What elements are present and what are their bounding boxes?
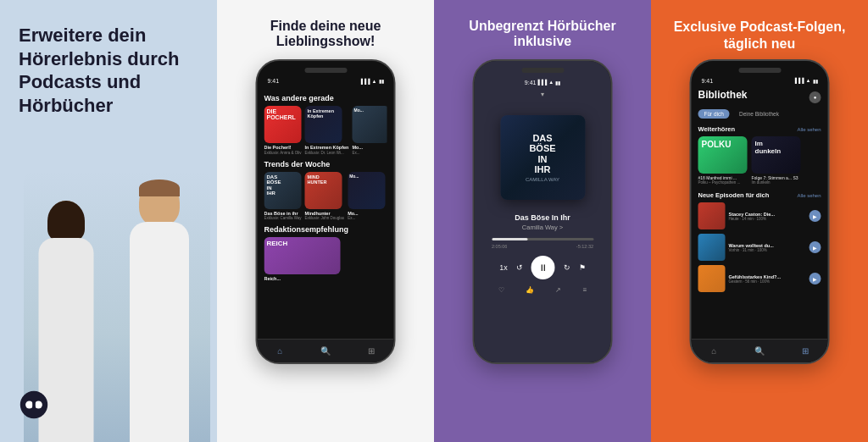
lib-sub-polku: Polku – Psychopathen ...	[698, 180, 741, 185]
forward-button[interactable]: ↻	[564, 263, 570, 272]
podcast-label-5: Mindhunter	[305, 211, 345, 217]
phone-3-notch	[521, 68, 564, 73]
podcast-card-7[interactable]: REICH Reich...	[264, 237, 341, 282]
lib-thumb-polku: POLKU	[698, 136, 748, 174]
ep-meta-stacey: Heute · 14 min · 100%	[729, 217, 806, 221]
signal-icon-4: ▐▐▐	[793, 78, 804, 84]
phone-4-notch	[738, 68, 781, 73]
phone-4-time: 9:41	[702, 78, 714, 84]
tab-deine-bibliothek[interactable]: Deine Bibliothek	[733, 109, 785, 119]
phone-3-container: 9:41 ▐▐▐ ▲ ▮▮ ▾ DASBÖSEINIHR CAMILLA WAY	[473, 59, 613, 364]
signal-icon-3: ▐▐▐	[536, 80, 547, 86]
player-controls: 1x ↺ ⏸ ↻ ⚑	[499, 256, 586, 279]
panel-1-headline-container: Erweitere dein Hörerlebnis durch Podcast…	[19, 24, 198, 117]
panel-2-headline-container: Finde deine neue Lieblingsshow!	[217, 19, 434, 49]
ep-play-warum[interactable]: ▶	[810, 241, 821, 253]
speed-button[interactable]: 1x	[499, 263, 508, 272]
podcast-thumb-reich: REICH	[264, 237, 341, 274]
episode-warum[interactable]: Warum wolltest du... Vorhin · 31 min · 1…	[698, 234, 821, 261]
section-1-title: Was andere gerade	[264, 94, 387, 102]
section-3-title: Redaktionsempfehlung	[264, 225, 387, 234]
battery-icon-4: ▮▮	[813, 78, 818, 84]
library-tabs: Für dich Deine Bibliothek	[698, 109, 821, 119]
lib-thumb-dunkel: Imdunkeln	[752, 136, 801, 174]
podcast-label-7: Reich...	[264, 276, 341, 282]
episode-stacey[interactable]: Stacey Caston: Die... Heute · 14 min · 1…	[698, 202, 821, 229]
nav-search-icon-4[interactable]: 🔍	[753, 345, 766, 358]
tab-fuer-dich[interactable]: Für dich	[698, 109, 730, 119]
podcast-thumb-bose: DASBÖSEINIHR	[264, 172, 302, 209]
nav-home-icon-4[interactable]: ⌂	[707, 345, 721, 358]
weiterhoren-section-header: Weiterhören Alle sehen	[698, 125, 821, 133]
podcast-card-3[interactable]: Mo... Mo... Ex...	[352, 106, 387, 155]
album-author: CAMILLA WAY	[526, 177, 559, 182]
album-art: DASBÖSEINIHR CAMILLA WAY	[500, 115, 585, 200]
ep-play-stacey[interactable]: ▶	[810, 210, 821, 222]
avatar-icon: ●	[810, 91, 821, 103]
podcast-thumb-extremen: In ExtremenKöpfen	[305, 106, 342, 143]
progress-bar[interactable]	[492, 238, 593, 240]
battery-icon-3: ▮▮	[555, 80, 560, 86]
podcast-sub-5: Exklusiv: John Douglas	[305, 216, 345, 220]
podcast-thumb-bose-sm: Mo...	[352, 106, 387, 143]
podimo-logo	[19, 390, 49, 423]
podcast-label-4: Das Böse in ihr	[264, 211, 302, 217]
nav-home-icon[interactable]: ⌂	[273, 345, 287, 358]
podimo-logo-icon	[19, 390, 49, 420]
nav-search-icon[interactable]: 🔍	[319, 345, 332, 358]
nav-grid-icon[interactable]: ⊞	[364, 345, 378, 358]
share-icon[interactable]: ↗	[555, 286, 561, 294]
podcast-card-4[interactable]: DASBÖSEINIHR Das Böse in ihr Exklusiv: C…	[264, 172, 302, 221]
panel-4-headline: Exclusive Podcast-Folgen, täglich neu	[668, 19, 851, 52]
svg-point-1	[25, 401, 33, 409]
heart-icon[interactable]: ♡	[498, 286, 504, 294]
rewind-button[interactable]: ↺	[516, 263, 523, 272]
people-image-placeholder	[24, 171, 210, 442]
neue-alle-sehen[interactable]: Alle sehen	[797, 193, 821, 198]
panel-2-headline: Finde deine neue Lieblingsshow!	[234, 19, 417, 49]
lib-sub-dunkel: Im dunkeln	[752, 180, 771, 185]
phone-4-frame: 9:41 ▐▐▐ ▲ ▮▮ Bibliothek ● Für dich Dein…	[690, 59, 830, 364]
podcast-card-6[interactable]: Mo... Mo... Ex...	[348, 172, 385, 221]
neue-title: Neue Episoden für dich	[698, 191, 770, 199]
bookmark-button[interactable]: ⚑	[579, 263, 586, 272]
ep-play-gefuhl[interactable]: ▶	[810, 273, 821, 285]
podcast-label-1: Die Pocherl!	[264, 145, 302, 151]
podcast-thumb-mindhunter: MINDHUNTER	[305, 172, 342, 209]
list-icon[interactable]: ≡	[583, 286, 587, 294]
podcast-card-2[interactable]: In ExtremenKöpfen In Extremen Köpfen Exk…	[305, 106, 349, 155]
panel-2-promo: Finde deine neue Lieblingsshow! 9:41 ▐▐▐…	[217, 0, 434, 442]
nav-library-icon-4[interactable]: ⊞	[798, 345, 812, 358]
new-episodes-list: Stacey Caston: Die... Heute · 14 min · 1…	[698, 202, 821, 292]
phone-4-icons: ▐▐▐ ▲ ▮▮	[793, 78, 818, 84]
podcast-card-5[interactable]: MINDHUNTER Mindhunter Exklusiv: John Dou…	[305, 172, 345, 221]
phone-3-icons: ▐▐▐ ▲ ▮▮	[536, 80, 560, 86]
neue-section-header: Neue Episoden für dich Alle sehen	[698, 191, 821, 199]
phone-3-screen: 9:41 ▐▐▐ ▲ ▮▮ ▾ DASBÖSEINIHR CAMILLA WAY	[475, 61, 611, 362]
phone-3-status-bar: 9:41 ▐▐▐ ▲ ▮▮	[521, 80, 564, 91]
phone-2-time: 9:41	[268, 78, 280, 84]
play-pause-button[interactable]: ⏸	[531, 256, 555, 279]
phone-2-screen: 9:41 ▐▐▐ ▲ ▮▮ Was andere gerade DIEPOCHE…	[258, 61, 394, 362]
panel-1-promo: Erweitere dein Hörerlebnis durch Podcast…	[0, 0, 217, 442]
lib-podcast-dunkel[interactable]: Imdunkeln Folge 7: Stimmen a... S3 Im du…	[752, 136, 803, 185]
episode-gefuhl[interactable]: Gefühlsstarkes Kind?... Gestern · 56 min…	[698, 265, 821, 292]
signal-icon: ▐▐▐	[359, 79, 370, 84]
thumbs-up-icon[interactable]: 👍	[526, 286, 534, 294]
weiterhoren-alle-sehen[interactable]: Alle sehen	[797, 127, 821, 132]
podcast-thumb-pocherl: DIEPOCHERL	[264, 106, 302, 143]
podcast-sub-2: Exklusiv: Dr. Leon Wi...	[305, 151, 349, 155]
podcast-card-1[interactable]: DIEPOCHERL Die Pocherl! Exklusiv: Annra …	[264, 106, 302, 155]
podcast-row-1: DIEPOCHERL Die Pocherl! Exklusiv: Annra …	[264, 106, 387, 155]
podcast-row-2: DASBÖSEINIHR Das Böse in ihr Exklusiv: C…	[264, 172, 387, 221]
ep-thumb-gefuhl	[698, 265, 726, 292]
panel-4-promo: Exclusive Podcast-Folgen, täglich neu 9:…	[651, 0, 868, 442]
player-chevron-container: ▾	[541, 91, 544, 98]
time-elapsed: 2:05:06	[492, 244, 507, 249]
podcast-row-3: REICH Reich...	[264, 237, 387, 282]
panel-3-promo: Unbegrenzt Hörbücher inklusive 9:41 ▐▐▐ …	[434, 0, 651, 442]
chevron-down-icon[interactable]: ▾	[541, 91, 544, 98]
phone-2-notch	[304, 68, 347, 73]
lib-podcast-polku[interactable]: POLKU #18 Manfred immi ... Polku – Psych…	[698, 136, 749, 185]
time-total: -5:12:32	[576, 244, 593, 249]
